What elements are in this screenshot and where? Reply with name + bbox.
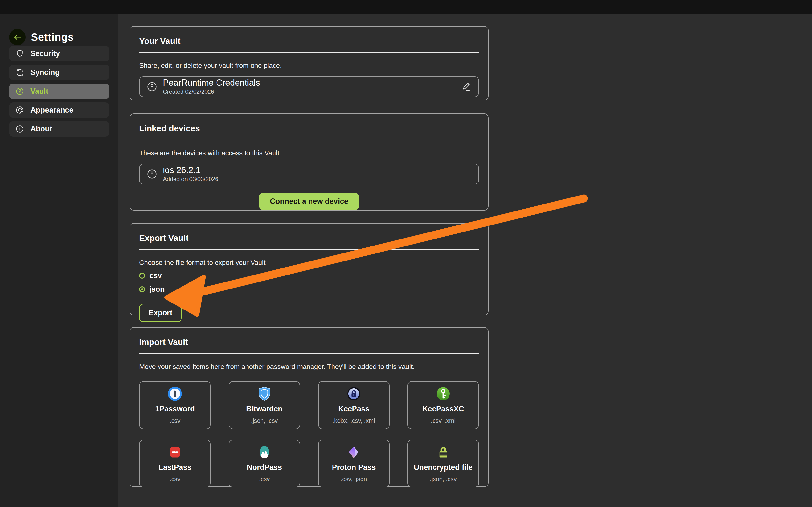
device-name: ios 26.2.1	[163, 166, 218, 175]
sidebar: Settings Security Syncing	[0, 14, 118, 507]
sidebar-item-label: Syncing	[31, 68, 60, 77]
sidebar-item-appearance[interactable]: Appearance	[9, 102, 109, 118]
import-tile-keepass[interactable]: KeePass .kdbx, .csv, .xml	[318, 381, 390, 429]
key-icon	[146, 81, 158, 92]
vault-row[interactable]: PearRuntime Credentials Created 02/02/20…	[139, 76, 479, 97]
import-tile-nordpass[interactable]: NordPass .csv	[229, 440, 300, 488]
tile-formats: .csv	[170, 475, 180, 483]
radio-csv[interactable]	[139, 273, 145, 279]
tile-name: Proton Pass	[332, 463, 376, 472]
tile-formats: .json, .csv	[251, 417, 278, 424]
arrow-left-icon	[13, 33, 22, 42]
import-tile-1password[interactable]: 1Password .csv	[139, 381, 211, 429]
vault-key-icon	[15, 87, 24, 96]
pencil-icon	[461, 81, 472, 92]
tile-formats: .csv, .json	[341, 475, 367, 483]
divider	[139, 249, 479, 249]
vault-name: PearRuntime Credentials	[163, 78, 260, 88]
card-description: These are the devices with access to thi…	[139, 149, 479, 157]
import-tile-unencrypted[interactable]: Unencrypted file .json, .csv	[407, 440, 479, 488]
import-tile-keepassxc[interactable]: KeePassXC .csv, .xml	[407, 381, 479, 429]
sidebar-item-syncing[interactable]: Syncing	[9, 65, 109, 80]
lastpass-icon	[168, 445, 182, 460]
sidebar-header: Settings	[9, 29, 74, 45]
tile-formats: .kdbx, .csv, .xml	[333, 417, 375, 424]
divider	[139, 353, 479, 354]
card-title: Export Vault	[139, 233, 479, 243]
card-description: Choose the file format to export your Va…	[139, 259, 479, 267]
device-info: ios 26.2.1 Added on 03/03/2026	[163, 166, 218, 182]
back-button[interactable]	[9, 29, 26, 45]
tile-formats: .csv, .xml	[431, 417, 456, 424]
settings-page: Settings Security Syncing	[0, 0, 812, 507]
keepassxc-icon	[436, 386, 450, 401]
sidebar-nav: Security Syncing Vault	[9, 46, 109, 137]
tile-name: KeePassXC	[422, 405, 464, 413]
vault-created-date: Created 02/02/2026	[163, 89, 260, 95]
device-row[interactable]: ios 26.2.1 Added on 03/03/2026	[139, 164, 479, 184]
keepass-icon	[347, 386, 361, 401]
divider	[139, 139, 479, 140]
shield-icon	[15, 49, 24, 58]
sidebar-item-label: Security	[31, 49, 60, 58]
divider	[139, 52, 479, 53]
sidebar-item-about[interactable]: About	[9, 121, 109, 137]
edit-vault-button[interactable]	[461, 81, 472, 92]
tile-name: Bitwarden	[246, 405, 283, 413]
format-option-csv: csv	[139, 271, 479, 280]
key-icon	[146, 169, 158, 180]
tile-formats: .csv	[259, 475, 270, 483]
export-vault-card: Export Vault Choose the file format to e…	[130, 223, 489, 315]
tile-name: KeePass	[338, 405, 369, 413]
linked-devices-card: Linked devices These are the devices wit…	[130, 113, 489, 211]
import-tile-bitwarden[interactable]: Bitwarden .json, .csv	[229, 381, 300, 429]
page-title: Settings	[31, 31, 74, 43]
unencrypted-file-icon	[437, 445, 450, 460]
card-title: Your Vault	[139, 36, 479, 46]
radio-json[interactable]	[139, 286, 145, 292]
onepassword-icon	[168, 386, 182, 401]
vault-info: PearRuntime Credentials Created 02/02/20…	[163, 78, 260, 95]
protonpass-icon	[347, 445, 361, 460]
info-icon	[15, 125, 24, 133]
card-title: Import Vault	[139, 337, 479, 347]
sync-icon	[15, 68, 24, 77]
import-tile-protonpass[interactable]: Proton Pass .csv, .json	[318, 440, 390, 488]
tile-formats: .csv	[170, 417, 180, 424]
export-button[interactable]: Export	[139, 304, 182, 322]
tile-name: 1Password	[155, 405, 195, 413]
card-description: Share, edit, or delete your vault from o…	[139, 62, 479, 69]
palette-icon	[15, 106, 24, 114]
radio-label: csv	[149, 271, 162, 280]
import-tile-lastpass[interactable]: LastPass .csv	[139, 440, 211, 488]
your-vault-card: Your Vault Share, edit, or delete your v…	[130, 26, 489, 101]
sidebar-item-vault[interactable]: Vault	[9, 83, 109, 99]
sidebar-item-label: About	[31, 125, 52, 133]
radio-label: json	[149, 285, 165, 294]
card-title: Linked devices	[139, 124, 479, 133]
tile-formats: .json, .csv	[430, 475, 457, 483]
import-vault-card: Import Vault Move your saved items here …	[130, 327, 489, 487]
import-tiles-grid: 1Password .csv Bitwarden .json, .csv	[139, 381, 479, 488]
format-option-json: json	[139, 285, 479, 294]
tile-name: Unencrypted file	[414, 463, 473, 472]
nordpass-icon	[258, 445, 271, 460]
tile-name: LastPass	[158, 463, 191, 472]
connect-new-device-button[interactable]: Connect a new device	[259, 193, 359, 210]
window-titlebar	[0, 0, 812, 14]
card-description: Move your saved items here from another …	[139, 363, 479, 371]
sidebar-item-security[interactable]: Security	[9, 46, 109, 61]
tile-name: NordPass	[247, 463, 282, 472]
bitwarden-icon	[258, 386, 271, 401]
sidebar-item-label: Vault	[31, 87, 48, 96]
device-added-date: Added on 03/03/2026	[163, 176, 218, 182]
sidebar-item-label: Appearance	[31, 106, 73, 114]
